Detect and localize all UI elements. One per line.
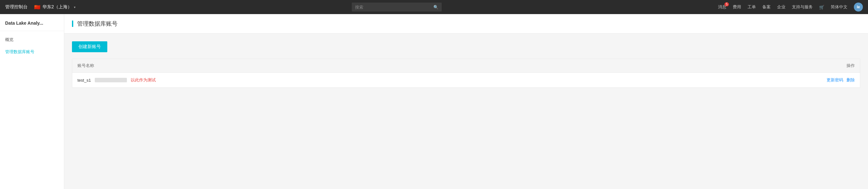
table-row: test_s1 以此作为测试 更新密码 删除 — [72, 73, 860, 87]
messages-nav-item[interactable]: 消息 5 — [718, 4, 726, 10]
search-box: 🔍 — [352, 3, 442, 11]
cart-icon[interactable]: 🛒 — [819, 5, 824, 10]
sidebar-item-manage-accounts[interactable]: 管理数据库账号 — [0, 46, 64, 58]
sidebar: Data Lake Analy... 概览 管理数据库账号 — [0, 14, 64, 189]
enterprise-nav-item[interactable]: 企业 — [777, 4, 785, 10]
search-icon: 🔍 — [433, 5, 438, 10]
table-header: 账号名称 操作 — [72, 59, 860, 73]
region-flag: 🇨🇳 — [34, 4, 40, 10]
accounts-table: 账号名称 操作 test_s1 以此作为测试 更新密码 删除 — [72, 59, 860, 88]
brand-label: 管理控制台 — [5, 4, 28, 10]
redacted-text — [95, 78, 127, 82]
region-selector[interactable]: 🇨🇳 华东2（上海） ▾ — [34, 4, 75, 10]
page-title: 管理数据库账号 — [77, 20, 118, 28]
create-account-button[interactable]: 创建新账号 — [72, 41, 107, 52]
search-area: 🔍 — [82, 3, 712, 11]
delete-button[interactable]: 删除 — [846, 77, 855, 83]
cell-account-name: test_s1 以此作为测试 — [78, 77, 810, 83]
chevron-down-icon: ▾ — [74, 5, 75, 9]
support-nav-item[interactable]: 支持与服务 — [792, 4, 813, 10]
page-header: 管理数据库账号 — [64, 14, 868, 34]
sidebar-title: Data Lake Analy... — [0, 14, 64, 31]
sidebar-menu: 概览 管理数据库账号 — [0, 34, 64, 58]
page-header-border — [72, 21, 73, 27]
cell-actions: 更新密码 删除 — [810, 77, 855, 83]
col-action-header: 操作 — [810, 63, 855, 69]
content-body: 创建新账号 账号名称 操作 test_s1 以此作为测试 更新密码 删除 — [64, 34, 868, 189]
avatar[interactable]: Ie — [854, 3, 863, 11]
billing-nav-item[interactable]: 费用 — [733, 4, 741, 10]
region-text: 华东2（上海） — [42, 4, 72, 10]
update-password-button[interactable]: 更新密码 — [827, 77, 843, 83]
icp-nav-item[interactable]: 备案 — [762, 4, 771, 10]
sidebar-item-overview[interactable]: 概览 — [0, 34, 64, 46]
language-selector[interactable]: 简体中文 — [831, 4, 847, 10]
messages-badge: 5 — [724, 2, 729, 6]
content-area: 管理数据库账号 创建新账号 账号名称 操作 test_s1 以此作为测试 更新密… — [64, 14, 868, 189]
main-layout: Data Lake Analy... 概览 管理数据库账号 管理数据库账号 创建… — [0, 14, 868, 189]
search-input[interactable] — [355, 5, 433, 10]
col-name-header: 账号名称 — [78, 63, 810, 69]
nav-actions: 消息 5 费用 工单 备案 企业 支持与服务 🛒 简体中文 Ie — [718, 3, 863, 11]
top-nav: 管理控制台 🇨🇳 华东2（上海） ▾ 🔍 消息 5 费用 工单 备案 企业 支持… — [0, 0, 868, 14]
test-tag: 以此作为测试 — [131, 77, 156, 83]
account-name-text: test_s1 — [78, 78, 91, 83]
tickets-nav-item[interactable]: 工单 — [747, 4, 756, 10]
